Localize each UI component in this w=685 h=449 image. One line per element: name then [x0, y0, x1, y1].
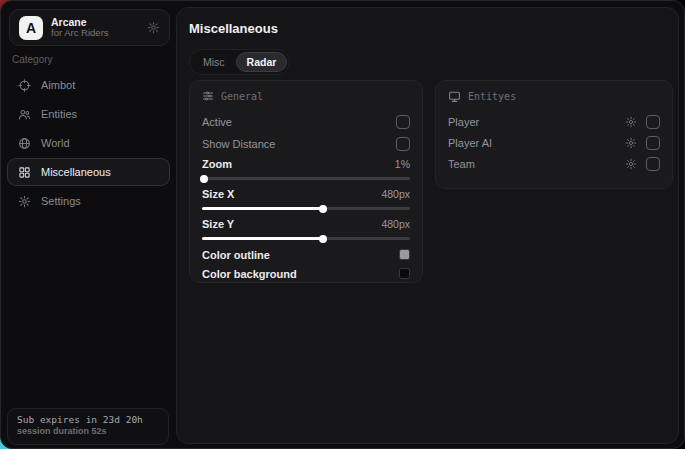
setting-label: Active [202, 116, 232, 128]
player-checkbox[interactable] [646, 115, 660, 129]
sidebar-item-label: World [41, 137, 70, 149]
gear-icon [18, 195, 31, 208]
entity-label: Player AI [448, 137, 492, 149]
team-checkbox[interactable] [646, 157, 660, 171]
sidebar: A Arcane for Arc Riders Category [1, 1, 176, 448]
sidebar-item-world[interactable]: World [7, 129, 170, 157]
sidebar-item-label: Aimbot [41, 79, 75, 91]
entities-panel-title: Entityes [468, 91, 516, 102]
size-x-slider[interactable] [202, 207, 410, 210]
general-panel: General Active Show Distance Zoom 1% [189, 80, 423, 283]
slider-value: 480px [381, 188, 410, 200]
tab-radar[interactable]: Radar [236, 52, 288, 72]
player-ai-checkbox[interactable] [646, 136, 660, 150]
size-y-slider[interactable] [202, 237, 410, 240]
tab-misc[interactable]: Misc [192, 52, 236, 72]
sidebar-item-aimbot[interactable]: Aimbot [7, 71, 170, 99]
setting-label: Color outline [202, 249, 270, 261]
desktop-background: A Arcane for Arc Riders Category [0, 0, 685, 449]
size-y-slider-thumb[interactable] [319, 235, 327, 243]
general-panel-title: General [221, 91, 263, 102]
setting-row-color-outline: Color outline [202, 245, 410, 264]
category-label: Category [12, 54, 53, 65]
setting-row-color-background: Color background [202, 264, 410, 283]
entities-panel: Entityes Player P [435, 80, 673, 189]
entity-row-player-ai: Player AI [448, 132, 660, 153]
entity-label: Team [448, 158, 475, 170]
setting-row-show-distance: Show Distance [202, 133, 410, 155]
app-logo: A [19, 16, 43, 40]
slider-value: 1% [395, 158, 410, 170]
page-title: Miscellaneous [189, 21, 278, 36]
sidebar-item-label: Miscellaneous [41, 166, 111, 178]
globe-icon [18, 137, 31, 150]
setting-label: Size Y [202, 218, 234, 230]
setting-label: Size X [202, 188, 234, 200]
sidebar-nav: Aimbot Entities [7, 71, 170, 215]
setting-row-zoom: Zoom 1% [202, 155, 410, 185]
tab-bar: Misc Radar [189, 49, 290, 75]
sidebar-item-entities[interactable]: Entities [7, 100, 170, 128]
color-background-swatch[interactable] [399, 268, 410, 279]
player-config-gear-icon[interactable] [625, 116, 637, 128]
setting-label: Color background [202, 268, 297, 280]
entity-row-player: Player [448, 111, 660, 132]
sidebar-item-miscellaneous[interactable]: Miscellaneous [7, 158, 170, 186]
monitor-icon [448, 90, 461, 103]
entity-row-team: Team [448, 153, 660, 174]
size-x-slider-thumb[interactable] [319, 205, 327, 213]
subscription-card: Sub expires in 23d 20h session duration … [7, 408, 169, 445]
show-distance-checkbox[interactable] [396, 137, 410, 151]
setting-row-size-y: Size Y 480px [202, 215, 410, 245]
app-header-card: A Arcane for Arc Riders [9, 9, 170, 46]
app-subtitle: for Arc Riders [51, 28, 139, 39]
session-duration-text: session duration 52s [17, 426, 159, 436]
slider-value: 480px [381, 218, 410, 230]
setting-label: Show Distance [202, 138, 275, 150]
setting-row-size-x: Size X 480px [202, 185, 410, 215]
setting-label: Zoom [202, 158, 232, 170]
zoom-slider-thumb[interactable] [200, 175, 208, 183]
crosshair-icon [18, 79, 31, 92]
grid-icon [18, 166, 31, 179]
color-outline-swatch[interactable] [399, 249, 410, 260]
entity-label: Player [448, 116, 479, 128]
users-icon [18, 108, 31, 121]
active-checkbox[interactable] [396, 115, 410, 129]
sidebar-item-label: Settings [41, 195, 81, 207]
zoom-slider[interactable] [202, 177, 410, 180]
sub-expires-text: Sub expires in 23d 20h [17, 414, 159, 425]
player-ai-config-gear-icon[interactable] [625, 137, 637, 149]
team-config-gear-icon[interactable] [625, 158, 637, 170]
setting-row-active: Active [202, 111, 410, 133]
sidebar-item-settings[interactable]: Settings [7, 187, 170, 215]
main-content: Miscellaneous Misc Radar General [176, 7, 679, 444]
sliders-icon [202, 90, 214, 102]
app-settings-gear-icon[interactable] [147, 21, 160, 34]
sidebar-item-label: Entities [41, 108, 77, 120]
arcane-window: A Arcane for Arc Riders Category [0, 0, 685, 449]
